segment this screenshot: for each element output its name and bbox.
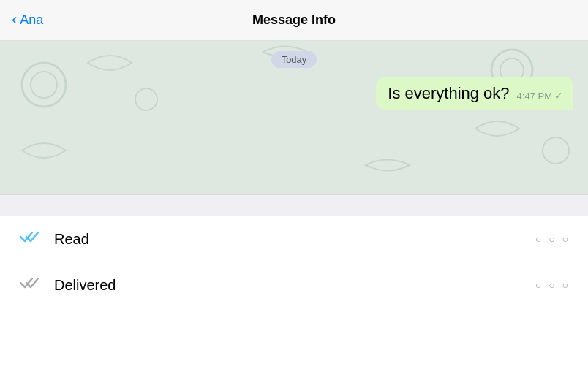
delivered-row: Delivered ○ ○ ○ [0, 262, 588, 308]
svg-point-5 [543, 137, 569, 164]
back-button[interactable]: ‹ Ana [12, 12, 43, 28]
chat-area: Today Is everything ok? 4:47 PM ✓ [0, 41, 588, 194]
read-check-icon [18, 229, 41, 248]
page-title: Message Info [252, 12, 336, 28]
svg-point-1 [31, 72, 57, 98]
info-list: Read ○ ○ ○ Delivered ○ ○ ○ [0, 216, 588, 308]
read-row: Read ○ ○ ○ [0, 216, 588, 262]
svg-point-2 [135, 88, 157, 110]
message-bubble: Is everything ok? 4:47 PM ✓ [376, 77, 573, 110]
message-check-icon: ✓ [554, 90, 563, 102]
section-separator [0, 194, 588, 216]
back-label: Ana [20, 12, 43, 28]
svg-point-0 [22, 63, 66, 107]
message-time: 4:47 PM [517, 91, 552, 102]
read-dots: ○ ○ ○ [535, 233, 570, 245]
delivered-dots: ○ ○ ○ [535, 279, 570, 291]
delivered-check-icon [18, 276, 41, 294]
delivered-label: Delivered [54, 277, 535, 294]
header: ‹ Ana Message Info [0, 0, 588, 41]
date-badge: Today [271, 51, 317, 68]
message-text: Is everything ok? [388, 84, 509, 103]
message-meta: 4:47 PM ✓ [517, 90, 563, 103]
back-chevron-icon: ‹ [12, 12, 17, 28]
read-label: Read [54, 231, 535, 248]
